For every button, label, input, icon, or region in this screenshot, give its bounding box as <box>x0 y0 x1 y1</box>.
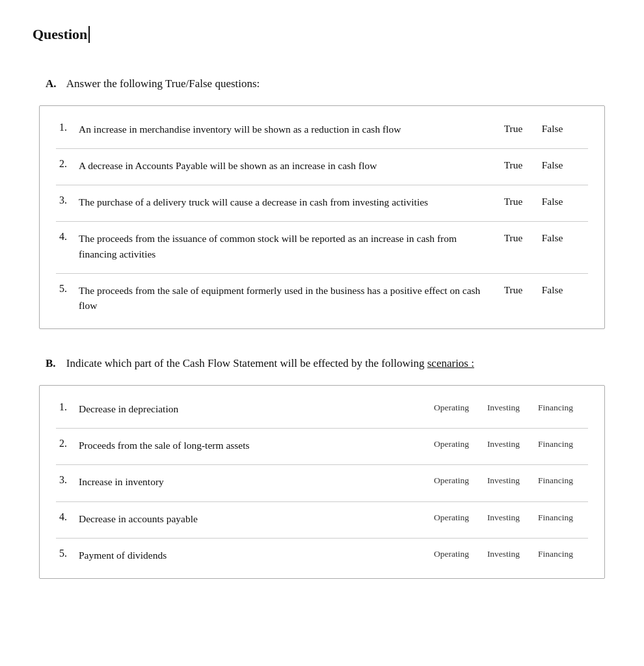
financing-label: Financing <box>533 403 578 413</box>
section-b-label: B. <box>46 357 56 369</box>
table-row: 5. The proceeds from the sale of equipme… <box>53 274 591 323</box>
table-row: 1. Decrease in depreciation Operating In… <box>53 392 591 425</box>
true-label: True <box>500 123 526 135</box>
section-b-title-part1: Indicate which part of the Cash Flow Sta… <box>66 357 427 369</box>
scenario-options: Operating Investing Financing <box>429 511 585 523</box>
question-text: An increase in merchandise inventory wil… <box>79 122 500 137</box>
operating-label: Operating <box>429 475 474 486</box>
operating-label: Operating <box>429 513 474 523</box>
investing-label: Investing <box>481 403 526 413</box>
question-text: Proceeds from the sale of long-term asse… <box>79 438 429 453</box>
operating-label: Operating <box>429 403 474 413</box>
operating-label: Operating <box>429 549 474 559</box>
section-b-header: B. Indicate which part of the Cash Flow … <box>46 355 611 372</box>
scenario-options: Operating Investing Financing <box>429 474 585 486</box>
question-number: 5. <box>59 548 79 559</box>
tf-options: True False <box>500 194 585 207</box>
table-row: 5. Payment of dividends Operating Invest… <box>53 539 591 572</box>
section-a-table: 1. An increase in merchandise inventory … <box>39 105 605 330</box>
section-a: A. Answer the following True/False quest… <box>33 75 611 329</box>
true-label: True <box>500 284 526 296</box>
false-label: False <box>539 159 565 171</box>
false-label: False <box>539 196 565 207</box>
table-row: 2. A decrease in Accounts Payable will b… <box>53 149 591 182</box>
question-text: Payment of dividends <box>79 548 429 563</box>
false-label: False <box>539 284 565 296</box>
question-number: 3. <box>59 194 79 206</box>
question-text: Increase in inventory <box>79 474 429 489</box>
question-number: 2. <box>59 438 79 449</box>
table-row: 1. An increase in merchandise inventory … <box>53 113 591 146</box>
tf-options: True False <box>500 158 585 171</box>
investing-label: Investing <box>481 549 526 559</box>
question-number: 3. <box>59 474 79 486</box>
question-number: 1. <box>59 122 79 133</box>
section-b: B. Indicate which part of the Cash Flow … <box>33 355 611 579</box>
scenario-options: Operating Investing Financing <box>429 548 585 559</box>
tf-options: True False <box>500 283 585 296</box>
section-a-title: Answer the following True/False question… <box>66 77 260 90</box>
false-label: False <box>539 123 565 135</box>
scenario-options: Operating Investing Financing <box>429 438 585 449</box>
question-text: Decrease in accounts payable <box>79 511 429 526</box>
scenario-options: Operating Investing Financing <box>429 401 585 413</box>
question-number: 1. <box>59 401 79 413</box>
operating-label: Operating <box>429 439 474 449</box>
true-label: True <box>500 196 526 207</box>
tf-options: True False <box>500 122 585 135</box>
question-number: 5. <box>59 283 79 295</box>
table-row: 2. Proceeds from the sale of long-term a… <box>53 429 591 462</box>
financing-label: Financing <box>533 549 578 559</box>
financing-label: Financing <box>533 475 578 486</box>
false-label: False <box>539 232 565 244</box>
question-text: The purchase of a delivery truck will ca… <box>79 194 500 209</box>
question-text: A decrease in Accounts Payable will be s… <box>79 158 500 173</box>
question-text: The proceeds from the issuance of common… <box>79 231 500 261</box>
section-b-title-underline: scenarios : <box>427 357 474 369</box>
tf-options: True False <box>500 231 585 244</box>
investing-label: Investing <box>481 475 526 486</box>
table-row: 4. The proceeds from the issuance of com… <box>53 222 591 271</box>
question-text: Decrease in depreciation <box>79 401 429 416</box>
table-row: 3. The purchase of a delivery truck will… <box>53 185 591 219</box>
question-text: The proceeds from the sale of equipment … <box>79 283 500 313</box>
investing-label: Investing <box>481 513 526 523</box>
table-row: 3. Increase in inventory Operating Inves… <box>53 465 591 498</box>
financing-label: Financing <box>533 439 578 449</box>
true-label: True <box>500 232 526 244</box>
question-number: 2. <box>59 158 79 170</box>
section-a-header: A. Answer the following True/False quest… <box>46 75 611 92</box>
financing-label: Financing <box>533 513 578 523</box>
investing-label: Investing <box>481 439 526 449</box>
question-number: 4. <box>59 231 79 243</box>
page-title: Question <box>33 26 90 43</box>
section-a-label: A. <box>46 77 57 90</box>
true-label: True <box>500 159 526 171</box>
question-number: 4. <box>59 511 79 523</box>
section-b-table: 1. Decrease in depreciation Operating In… <box>39 385 605 579</box>
table-row: 4. Decrease in accounts payable Operatin… <box>53 502 591 535</box>
